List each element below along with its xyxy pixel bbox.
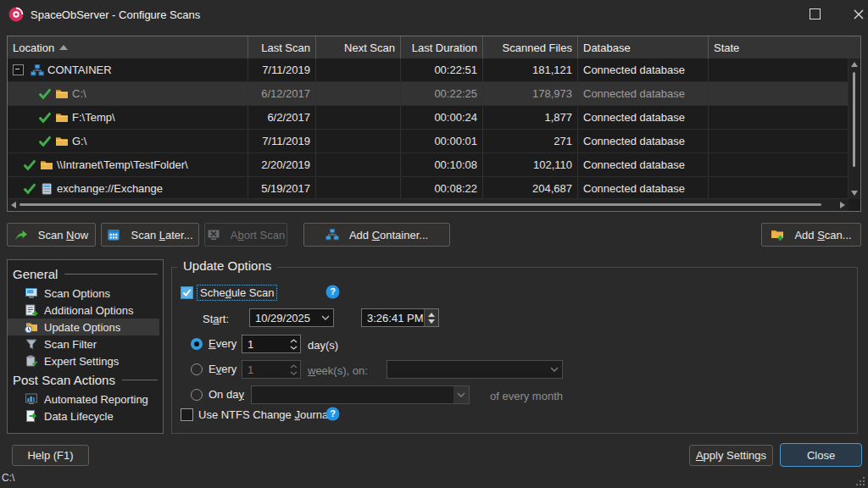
last-scan-cell: 2/20/2019 [248,153,316,176]
sidebar-item-label: Scan Filter [44,338,97,351]
sidebar-item-automated-reporting[interactable]: Automated Reporting [8,391,159,408]
spin-up-icon[interactable] [428,313,435,317]
toolbar-button-label: Abort Scan [231,229,285,241]
start-time-spinner[interactable]: 3:26:41 PM [361,308,439,327]
help-icon[interactable]: ? [326,407,340,421]
spin-down-icon[interactable] [290,371,298,375]
table-row[interactable]: G:\7/11/201900:00:01271Connected databas… [8,130,849,153]
next-scan-cell [316,106,401,129]
table-row[interactable]: exchange://Exchange5/19/201700:08:22204,… [8,177,849,199]
update-options-group: Update Options Schedule Scan ? Start: 10… [171,267,858,434]
weeks-count-input[interactable]: 1 [242,360,301,379]
checkbox-checked-icon [181,286,193,299]
close-icon [853,8,865,20]
add-container-button[interactable]: Add Container... [303,223,450,247]
calendar-icon [107,228,120,241]
radio-unselected-icon [191,389,203,401]
checkbox-unchecked-icon [181,408,193,421]
apply-settings-button[interactable]: Apply Settings [689,445,773,466]
sidebar-item-label: Automated Reporting [44,393,148,406]
table-row[interactable]: \\Intranet\Temp\TestFolder\2/20/201900:1… [8,153,849,177]
vertical-scroll-thumb[interactable] [853,72,855,167]
next-scan-cell [316,58,401,81]
sidebar-item-additional-options[interactable]: Additional Options [8,302,159,319]
on-day-label: On day [209,388,244,401]
container-icon [326,228,339,241]
resize-grip[interactable] [854,474,865,486]
collapse-expander-icon[interactable] [13,64,24,75]
spin-up-icon[interactable] [290,364,298,369]
folder-icon [55,87,69,101]
location-cell: G:\ [8,130,248,152]
table-row[interactable]: CONTAINER7/11/201900:22:51181,121Connect… [8,58,849,82]
every-days-radio[interactable]: Every [191,337,236,350]
chevron-down-icon[interactable] [547,361,562,378]
ntfs-journal-checkbox[interactable]: Use NTFS Change Journal [181,408,331,421]
help-icon[interactable]: ? [326,285,340,299]
schedule-scan-checkbox[interactable]: Schedule Scan [181,286,275,299]
add-scan-button[interactable]: Add Scan... [761,223,861,247]
time-spin-buttons[interactable] [424,309,438,326]
column-header-label: Database [583,42,631,54]
toolbar-button-label: Scan Later... [131,229,192,241]
days-count-input[interactable]: 1 [242,335,301,353]
next-scan-cell [316,130,401,152]
spin-up-icon[interactable] [290,339,298,343]
radio-selected-icon [191,338,203,350]
column-header-database[interactable]: Database [578,36,709,58]
sidebar-item-label: Expert Settings [44,355,119,368]
column-header-next-scan[interactable]: Next Scan [316,36,401,58]
location-cell: F:\Temp\ [8,106,248,129]
spin-down-icon[interactable] [290,346,298,350]
vertical-scrollbar[interactable] [848,58,860,199]
table-row[interactable]: C:\6/12/201700:22:25178,973Connected dat… [8,82,849,106]
column-header-last-scan[interactable]: Last Scan [248,36,316,58]
help-button[interactable]: Help (F1) [12,445,89,466]
sidebar-item-expert-settings[interactable]: Expert Settings [8,352,159,369]
sidebar-item-scan-filter[interactable]: Scan Filter [8,336,159,352]
sidebar-item-data-lifecycle[interactable]: Data Lifecycle [8,408,159,424]
every-weeks-radio[interactable]: Every [191,363,236,375]
column-header-last-duration[interactable]: Last Duration [401,36,483,58]
sidebar-item-update-options[interactable]: Update Options [8,319,159,336]
abort-scan-button[interactable]: Abort Scan [204,223,287,247]
table-row[interactable]: F:\Temp\6/2/201700:00:241,877Connected d… [8,106,849,130]
scan-table: LocationLast ScanNext ScanLast DurationS… [7,36,861,212]
column-header-label: Last Duration [412,42,477,54]
scan-later-button[interactable]: Scan Later... [101,223,199,247]
maximize-button[interactable] [795,0,834,28]
location-cell: \\Intranet\Temp\TestFolder\ [8,153,248,176]
scroll-left-icon[interactable] [11,202,16,208]
start-date-combobox[interactable]: 10/29/2025 [249,308,334,327]
on-day-radio[interactable]: On day [191,388,244,401]
scroll-right-icon[interactable] [840,202,845,208]
weekday-combobox[interactable] [387,360,563,379]
horizontal-scroll-thumb[interactable] [19,203,821,206]
close-window-button[interactable] [839,0,868,28]
horizontal-scrollbar[interactable] [8,198,849,211]
next-scan-cell [316,177,401,199]
close-button[interactable]: Close [780,443,862,467]
days-spin-buttons[interactable] [287,336,300,352]
scan-now-button[interactable]: Scan Now [7,223,96,247]
spin-down-icon[interactable] [428,319,435,324]
chevron-down-icon[interactable] [453,386,469,403]
expert-settings-icon [25,354,38,368]
column-header-state[interactable]: State [709,36,860,58]
scroll-up-icon[interactable] [851,62,858,67]
chevron-down-icon[interactable] [318,309,333,326]
state-cell [709,58,849,81]
column-header-scanned-files[interactable]: Scanned Files [483,36,578,58]
ntfs-journal-label: Use NTFS Change Journal [198,408,331,421]
weeks-spin-buttons[interactable] [287,361,300,378]
location-label: \\Intranet\Temp\TestFolder\ [57,158,188,171]
column-header-location[interactable]: Location [8,36,248,58]
month-day-combobox[interactable] [251,385,470,404]
location-label: CONTAINER [47,64,112,76]
settings-sidebar: GeneralScan OptionsAdditional OptionsUpd… [7,259,164,434]
sidebar-item-scan-options[interactable]: Scan Options [8,285,159,302]
title-bar: SpaceObServer - Configure Scans [0,0,868,29]
scan-filter-icon [25,337,38,351]
start-time-value: 3:26:41 PM [362,312,424,324]
scroll-down-icon[interactable] [851,191,858,196]
